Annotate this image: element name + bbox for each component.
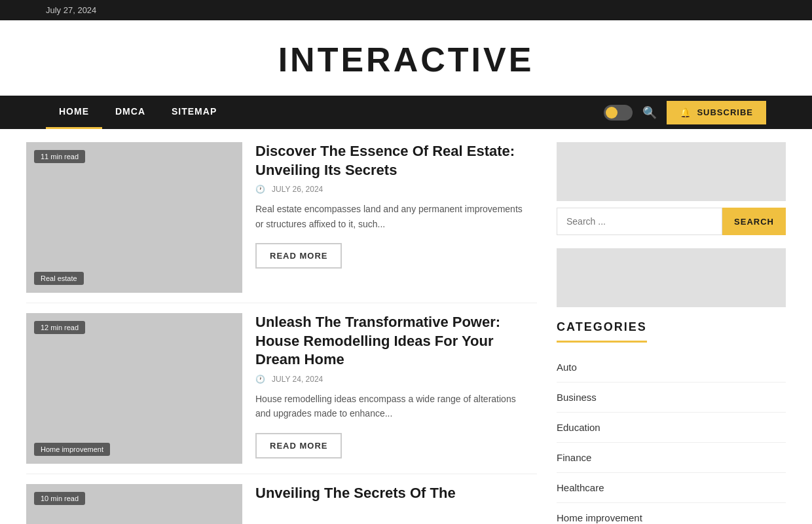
article-title-1: Discover The Essence Of Real Estate: Unv… xyxy=(255,142,524,179)
subscribe-button[interactable]: 🔔 SUBSCRIBE xyxy=(667,101,766,124)
article-title-2: Unleash The Transformative Power: House … xyxy=(255,313,524,369)
date-label: July 27, 2024 xyxy=(46,5,96,15)
search-box: SEARCH xyxy=(557,208,786,235)
read-time-badge-2: 12 min read xyxy=(34,321,85,334)
categories-section: CATEGORIES Auto Business Education Finan… xyxy=(557,320,786,524)
nav-home[interactable]: HOME xyxy=(46,96,102,129)
read-more-button-2[interactable]: READ MORE xyxy=(255,433,342,458)
article-body-1: Discover The Essence Of Real Estate: Unv… xyxy=(242,142,537,293)
subscribe-label: SUBSCRIBE xyxy=(697,107,753,117)
article-card-2: 12 min read Home improvement Unleash The… xyxy=(26,313,537,474)
read-time-badge-1: 11 min read xyxy=(34,150,85,163)
nav-sitemap[interactable]: SITEMAP xyxy=(158,96,230,129)
nav-dmca[interactable]: DMCA xyxy=(102,96,158,129)
bell-icon: 🔔 xyxy=(680,107,692,118)
toggle-circle xyxy=(606,107,618,119)
article-excerpt-1: Real estate encompasses land and any per… xyxy=(255,202,524,231)
article-date-2: 🕐 JULY 24, 2024 xyxy=(255,375,524,384)
categories-title: CATEGORIES xyxy=(557,320,647,343)
article-excerpt-2: House remodelling ideas encompass a wide… xyxy=(255,392,524,421)
nav-links: HOME DMCA SITEMAP xyxy=(46,96,230,129)
sidebar: SEARCH CATEGORIES Auto Business Educatio… xyxy=(557,142,786,524)
site-title: INTERACTIVE xyxy=(0,40,812,79)
category-item[interactable]: Auto xyxy=(557,352,786,383)
article-date-1: 🕐 JULY 26, 2024 xyxy=(255,185,524,194)
main-nav: HOME DMCA SITEMAP 🔍 🔔 SUBSCRIBE xyxy=(0,96,812,129)
category-badge-2: Home improvement xyxy=(34,443,110,456)
article-image-3: 10 min read xyxy=(26,484,242,524)
category-item-home-improvement[interactable]: Home improvement xyxy=(557,503,786,524)
article-body-3: Unveiling The Secrets Of The xyxy=(242,484,469,524)
clock-icon-1: 🕐 xyxy=(255,185,265,194)
nav-right: 🔍 🔔 SUBSCRIBE xyxy=(604,101,766,124)
category-item-healthcare[interactable]: Healthcare xyxy=(557,473,786,503)
search-button[interactable]: SEARCH xyxy=(722,208,786,235)
main-layout: 11 min read Real estate Discover The Ess… xyxy=(13,129,799,524)
article-image-2: 12 min read Home improvement xyxy=(26,313,242,464)
sidebar-ad-top xyxy=(557,142,786,201)
article-card-3: 10 min read Unveiling The Secrets Of The xyxy=(26,484,537,524)
site-header: INTERACTIVE xyxy=(0,20,812,96)
search-input[interactable] xyxy=(557,208,722,235)
search-icon-nav[interactable]: 🔍 xyxy=(642,105,657,120)
category-item-education[interactable]: Education xyxy=(557,413,786,443)
article-title-3: Unveiling The Secrets Of The xyxy=(255,484,456,503)
top-bar: July 27, 2024 xyxy=(0,0,812,20)
theme-toggle[interactable] xyxy=(604,105,633,121)
article-card: 11 min read Real estate Discover The Ess… xyxy=(26,142,537,303)
read-more-button-1[interactable]: READ MORE xyxy=(255,243,342,269)
clock-icon-2: 🕐 xyxy=(255,375,265,384)
category-item-finance[interactable]: Finance xyxy=(557,443,786,473)
category-item[interactable]: Business xyxy=(557,383,786,413)
article-body-2: Unleash The Transformative Power: House … xyxy=(242,313,537,464)
article-image-1: 11 min read Real estate xyxy=(26,142,242,293)
sidebar-ad-bottom xyxy=(557,248,786,307)
category-badge-1: Real estate xyxy=(34,272,84,285)
content-area: 11 min read Real estate Discover The Ess… xyxy=(26,142,537,524)
read-time-badge-3: 10 min read xyxy=(34,492,85,505)
